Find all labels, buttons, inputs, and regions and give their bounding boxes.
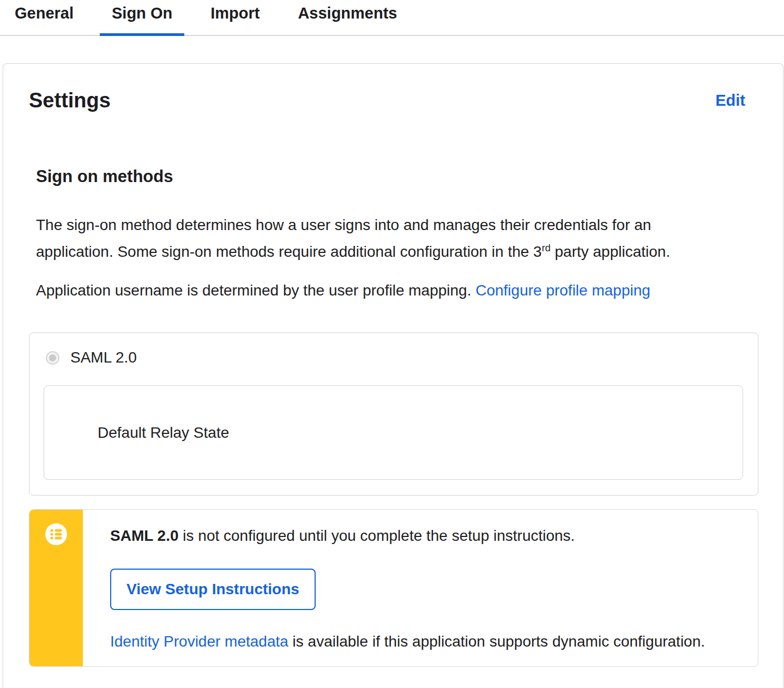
username-mapping-text: Application username is determined by th… [36,282,475,299]
callout-warning-stripe [29,510,83,666]
saml-radio-button[interactable] [46,351,59,365]
idp-metadata-text: is available if this application support… [288,633,705,650]
tab-assignments[interactable]: Assignments [286,0,409,36]
saml-not-configured-callout: SAML 2.0 is not configured until you com… [29,509,758,667]
list-icon [45,523,67,545]
saml-radio-label: SAML 2.0 [70,349,137,366]
configure-profile-mapping-link[interactable]: Configure profile mapping [475,282,650,299]
sign-on-description: The sign-on method determines how a user… [36,212,717,265]
settings-card: Settings Edit Sign on methods The sign-o… [3,63,783,688]
username-mapping-line: Application username is determined by th… [36,277,717,304]
callout-body: SAML 2.0 is not configured until you com… [83,510,758,666]
sign-on-methods-section: Sign on methods The sign-on method deter… [29,166,758,304]
app-tab-bar: General Sign On Import Assignments [0,0,784,36]
identity-provider-metadata-link[interactable]: Identity Provider metadata [110,633,288,650]
settings-header-row: Settings Edit [29,88,758,112]
saml-method-box: SAML 2.0 Default Relay State [29,333,758,496]
callout-message: SAML 2.0 is not configured until you com… [110,528,736,544]
saml-radio-row: SAML 2.0 [46,349,743,366]
idp-metadata-line: Identity Provider metadata is available … [110,634,736,649]
sign-on-description-tail: party application. [551,243,670,260]
edit-button[interactable]: Edit [715,92,745,110]
sign-on-description-ordinal: rd [542,243,551,254]
settings-title: Settings [29,88,111,112]
tab-import[interactable]: Import [198,0,272,36]
saml-radio-dot [49,354,56,361]
tab-sign-on[interactable]: Sign On [100,0,184,36]
tab-general[interactable]: General [3,0,86,36]
default-relay-state-label: Default Relay State [98,424,229,442]
default-relay-state-field: Default Relay State [44,385,743,480]
callout-message-text: is not configured until you complete the… [179,527,575,544]
callout-method-name: SAML 2.0 [110,527,179,544]
view-setup-instructions-button[interactable]: View Setup Instructions [110,569,316,610]
sign-on-methods-heading: Sign on methods [36,166,758,188]
